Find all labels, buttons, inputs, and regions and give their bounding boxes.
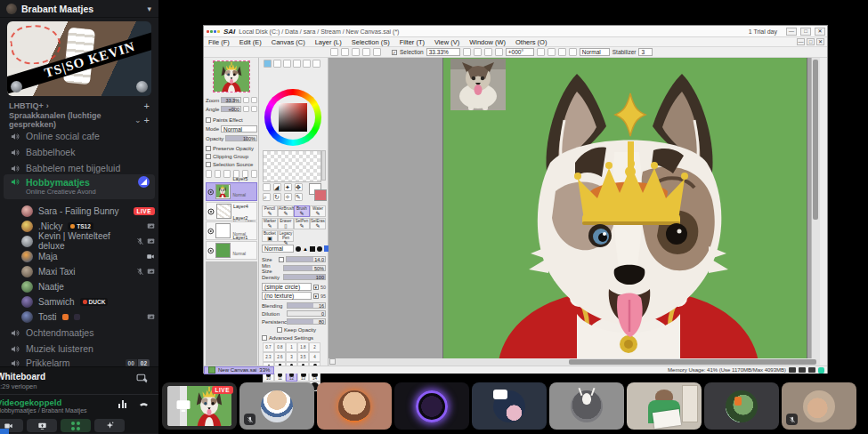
menu-selection[interactable]: Selection (S) <box>352 38 390 46</box>
menu-canvas[interactable]: Canvas (C) <box>272 38 305 46</box>
zoom-plus-button[interactable] <box>251 97 257 103</box>
size-cell[interactable]: 1 <box>286 342 297 352</box>
member-row[interactable]: .Nicky TS12 <box>21 220 155 232</box>
participant-tile[interactable] <box>239 382 314 430</box>
channel-ochtendmaatjes[interactable]: Ochtendmaatjes <box>4 326 155 340</box>
member-row[interactable]: Maxi Taxi <box>21 265 155 277</box>
activity-badge-icon[interactable] <box>138 176 150 188</box>
density-slider[interactable]: 100 <box>283 274 326 280</box>
size-cell[interactable]: 1.8 <box>297 342 309 352</box>
tool-selpen[interactable]: SelPen✎ <box>294 218 310 229</box>
angle-plus-button[interactable] <box>251 106 257 112</box>
size-cell[interactable]: 0.7 <box>263 342 274 352</box>
member-row[interactable]: Sara - Failing Bunny LIVE <box>21 205 155 217</box>
participant-tile[interactable] <box>704 382 779 430</box>
canvas-workspace[interactable] <box>329 58 820 373</box>
angle-minus-button[interactable] <box>243 106 249 112</box>
min-size-slider[interactable]: 50% <box>283 265 326 271</box>
tool-button[interactable] <box>362 48 370 56</box>
tool-airbrush[interactable]: AirBrush✎ <box>278 205 294 217</box>
scratchpad[interactable] <box>263 150 321 182</box>
channel-muziek-luisteren[interactable]: Muziek luisteren <box>4 342 155 356</box>
layer-mode-select[interactable]: Normal <box>221 125 257 133</box>
brush-blend-select[interactable]: Normal <box>262 245 294 253</box>
tool-brush[interactable]: Brush✎ <box>294 205 310 217</box>
brush-tip-icon[interactable] <box>317 246 322 252</box>
size-cell[interactable]: 3 <box>286 352 297 362</box>
opacity-slider[interactable]: 100% <box>225 135 257 141</box>
brush-shape-select[interactable]: (simple circle) <box>262 283 312 291</box>
member-row[interactable]: Kevin | Wentelteef deluxe <box>21 235 155 247</box>
size-cell[interactable]: 2.6 <box>274 352 286 362</box>
saturation-square[interactable] <box>279 103 307 132</box>
tool-legacy-pen[interactable]: Legacy Pen✎ <box>278 230 294 242</box>
size-cell[interactable]: 4 <box>309 352 320 362</box>
plus-icon[interactable]: + <box>144 100 150 111</box>
menu-file[interactable]: File (F) <box>208 38 230 46</box>
size-slider[interactable]: 14.0 <box>286 256 326 262</box>
call-location[interactable]: Hobbymaatjes / Brabant Maatjes <box>0 407 87 414</box>
channel-hobbymaatjes-active[interactable]: Hobbymaatjes Online Creatieve Avond <box>4 174 155 199</box>
participant-tile[interactable] <box>472 382 547 430</box>
stabilizer-select[interactable]: 3 <box>638 48 653 56</box>
color-wheel-button[interactable] <box>264 60 272 68</box>
selection-source-checkbox[interactable] <box>206 162 211 167</box>
stream-preview[interactable]: TS|SO KEVIN <box>7 21 151 96</box>
background-color-swatch[interactable] <box>314 189 327 201</box>
sai-titlebar[interactable]: SAI Local Disk (C:) / Data / sara / Stre… <box>204 26 827 37</box>
screenshare-button[interactable] <box>27 419 57 432</box>
rotate-tool[interactable]: ↻ <box>273 193 281 201</box>
tool-marker[interactable]: Marker✎ <box>262 218 278 229</box>
doc-close-button[interactable]: ✕ <box>816 38 824 45</box>
eye-icon[interactable] <box>207 247 214 254</box>
plus-icon[interactable]: + <box>144 115 150 125</box>
color-mixer-button[interactable] <box>293 60 301 68</box>
layer-row-layer1[interactable]: Layer1 Normal 100% <box>206 241 257 260</box>
channel-online-social-cafe[interactable]: Online social cafe <box>4 129 155 143</box>
preserve-opacity-checkbox[interactable] <box>206 146 211 151</box>
brush-texture-select[interactable]: (no texture) <box>262 292 312 300</box>
scratchpad-button[interactable] <box>312 60 320 68</box>
persistence-slider[interactable]: 80 <box>287 318 326 325</box>
doc-restore-button[interactable]: □ <box>807 38 815 45</box>
menu-filter[interactable]: Filter (T) <box>400 38 425 46</box>
lasso-tool[interactable]: ◢ <box>273 183 281 191</box>
activities-button[interactable] <box>61 419 91 432</box>
canvas[interactable] <box>443 58 807 361</box>
angle-slider[interactable]: +000 <box>221 106 241 112</box>
size-unit-button[interactable] <box>279 257 284 262</box>
rect-select-tool[interactable] <box>263 183 271 191</box>
magic-wand-tool[interactable]: ✦ <box>284 183 292 191</box>
participant-tile-webcam[interactable] <box>782 382 856 430</box>
size-cell[interactable]: 2.3 <box>263 352 274 362</box>
disconnect-icon[interactable] <box>138 398 150 409</box>
tool-button[interactable] <box>373 48 381 56</box>
zoom-minus-button[interactable] <box>243 97 249 103</box>
participant-tile-screenshare[interactable]: LIVE <box>162 382 237 430</box>
member-row[interactable]: Naatje <box>21 280 155 293</box>
menu-others[interactable]: Others (O) <box>515 38 547 46</box>
tool-bucket[interactable]: Bucket▣ <box>262 230 278 242</box>
close-button[interactable]: ✕ <box>815 28 825 36</box>
hand-tool[interactable]: ✧ <box>284 193 292 201</box>
new-mask-button[interactable] <box>223 170 230 178</box>
rotate-reset-button[interactable] <box>558 48 566 56</box>
voice-activity-icon[interactable] <box>118 399 126 408</box>
rgb-slider-button[interactable] <box>273 60 281 68</box>
member-row[interactable]: Maja <box>21 250 155 262</box>
tool-button[interactable] <box>352 48 360 56</box>
document-tab[interactable]: New Canvas.sai 33% <box>204 366 274 374</box>
tool-pencil[interactable]: Pencil✎ <box>262 205 278 217</box>
effects-button[interactable] <box>94 419 125 432</box>
channel-babbelen-met-bijgeluid[interactable]: Babbelen met bijgeluid <box>4 161 155 175</box>
selection-checkbox[interactable]: ✓ <box>392 50 397 55</box>
zoom-in-button[interactable] <box>463 48 471 56</box>
zoom-tool[interactable]: ⌕ <box>263 193 271 201</box>
new-folder-button[interactable] <box>215 170 221 178</box>
rotate-ccw-button[interactable] <box>537 48 545 56</box>
paints-effect-checkbox[interactable] <box>206 117 211 123</box>
category-voice[interactable]: Spraakkanalen (luchtige gesprekken) ⌄ + <box>0 114 158 126</box>
minimize-button[interactable]: — <box>786 28 797 36</box>
rotate-cw-button[interactable] <box>548 48 556 56</box>
tool-button[interactable] <box>341 48 349 56</box>
